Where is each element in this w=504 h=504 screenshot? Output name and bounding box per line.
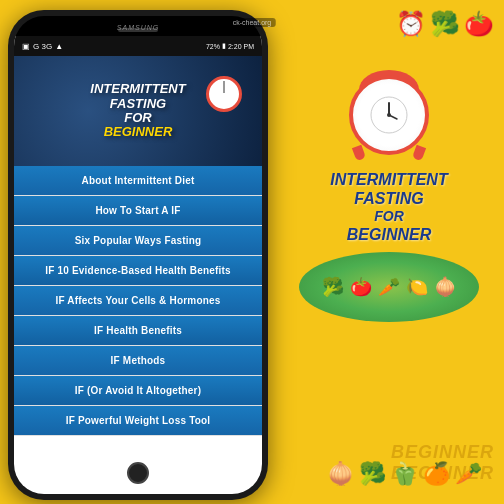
food-decoration: 🥦 🍅 🥕 🍋 🧅 xyxy=(299,252,479,322)
phone-home-button[interactable] xyxy=(127,462,149,484)
header-clock xyxy=(206,76,242,112)
top-decoration: ⏰🥦🍅 xyxy=(396,10,494,38)
watermark-url: ck-cheat.org xyxy=(229,18,276,27)
status-right: 72% ▮ 2:20 PM xyxy=(206,42,254,50)
signal-icon: ▣ xyxy=(22,42,30,51)
menu-item-popular-ways[interactable]: Six Popular Ways Fasting xyxy=(14,226,262,256)
phone-device: SAMSUNG ▣ G 3G ▲ 72% ▮ 2:20 PM xyxy=(8,10,268,500)
menu-item-health-benefits[interactable]: IF Health Benefits xyxy=(14,316,262,346)
phone-screen: ▣ G 3G ▲ 72% ▮ 2:20 PM INTERMITTENT FAST… xyxy=(14,36,262,494)
signal-text: G 3G xyxy=(33,42,52,51)
app-header: INTERMITTENT FASTING FOR BEGINNER xyxy=(14,56,262,166)
menu-item-health-benefits-10[interactable]: IF 10 Evidence-Based Health Benefits xyxy=(14,256,262,286)
svg-point-3 xyxy=(387,113,391,117)
menu-item-weight-loss[interactable]: IF Powerful Weight Loss Tool xyxy=(14,406,262,436)
menu-list: About Intermittent Diet How To Start A I… xyxy=(14,166,262,436)
right-panel: INTERMITTENT FASTING FOR BEGINNER 🥦 🍅 🥕 … xyxy=(274,60,504,490)
status-bar: ▣ G 3G ▲ 72% ▮ 2:20 PM xyxy=(14,36,262,56)
network-icon: ▲ xyxy=(55,42,63,51)
if-title: INTERMITTENT FASTING FOR BEGINNER xyxy=(330,170,447,244)
time-text: 2:20 PM xyxy=(228,43,254,50)
status-left: ▣ G 3G ▲ xyxy=(22,42,63,51)
battery-text: 72% xyxy=(206,43,220,50)
menu-item-about[interactable]: About Intermittent Diet xyxy=(14,166,262,196)
menu-item-avoid[interactable]: IF (Or Avoid It Altogether) xyxy=(14,376,262,406)
battery-icon: ▮ xyxy=(222,42,226,50)
menu-item-how-to-start[interactable]: How To Start A IF xyxy=(14,196,262,226)
menu-item-affects-cells[interactable]: IF Affects Your Cells & Hormones xyxy=(14,286,262,316)
phone-brand: SAMSUNG xyxy=(117,24,159,31)
clock-icon xyxy=(344,70,434,160)
menu-item-methods[interactable]: IF Methods xyxy=(14,346,262,376)
header-title: INTERMITTENT FASTING FOR BEGINNER xyxy=(90,82,185,139)
